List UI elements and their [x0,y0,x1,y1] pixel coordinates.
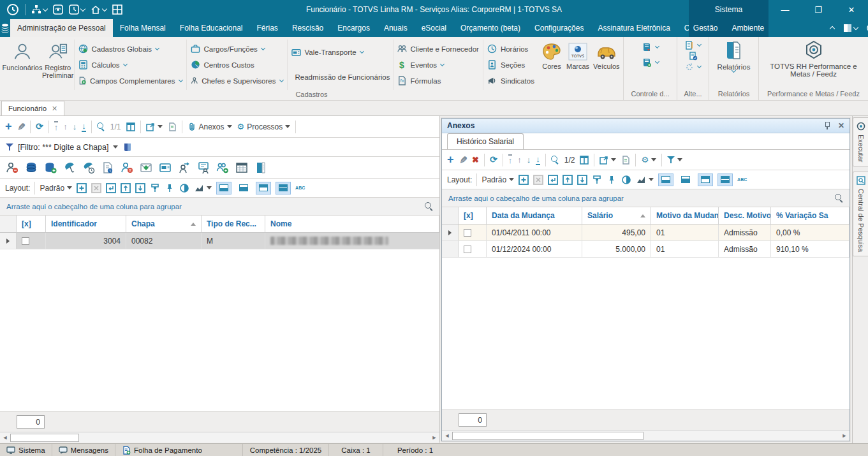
abc-spellcheck-icon[interactable]: ABC [295,186,305,190]
collapse-groups-icon[interactable] [533,175,543,185]
system-label[interactable]: Sistema [689,0,769,19]
scroll-left-icon[interactable]: ◄ [0,432,10,443]
side-tab-central-pesquisa[interactable]: Central de Pesquisa [853,172,868,256]
tab-folha-educacional[interactable]: Folha Educacional [173,19,250,37]
funcionarios-button[interactable]: Funcionários [3,40,42,90]
scroll-right-icon[interactable]: ► [429,432,439,443]
side-tab-executar[interactable]: Executar [853,117,868,166]
status-mensagens[interactable]: Mensagens [52,444,115,456]
last-record-button[interactable]: ↓ [536,154,540,165]
umbrella-icon[interactable] [63,161,76,174]
view-toggle-bottom[interactable] [658,173,673,186]
tab-assinatura-eletronica[interactable]: Assinatura Eletrônica [591,19,677,37]
view-toggle-top[interactable] [698,173,713,186]
tab-gestao[interactable]: Gestão [688,24,724,33]
horizontal-scrollbar[interactable]: ◄ ► [442,430,850,441]
conditional-format-icon[interactable] [179,183,189,193]
add-button[interactable]: + [5,122,12,131]
tab-anuais[interactable]: Anuais [377,19,415,37]
app-logo-icon[interactable] [6,3,19,16]
collapse-groups-icon[interactable] [91,183,101,193]
people-add-icon[interactable] [216,161,229,174]
chart-icon[interactable] [636,175,654,185]
horizontal-scrollbar[interactable]: ◄ ► [0,432,439,443]
tab-historico-salarial[interactable]: Histórico Salarial [447,133,524,149]
card-window-icon[interactable] [159,161,172,174]
delete-button[interactable]: ✖ [472,155,479,165]
formulas-button[interactable]: fx Fórmulas [397,73,479,89]
refresh-button[interactable]: ⟳ [36,122,43,131]
org-chart-icon[interactable] [31,4,47,15]
close-panel-icon[interactable]: ✕ [838,121,844,130]
umbrella-clock-icon[interactable] [82,161,95,174]
scrollbar-thumb[interactable] [10,434,79,442]
window-grid-icon[interactable] [112,4,122,15]
col-chapa[interactable]: Chapa [126,216,202,232]
move-down-icon[interactable] [577,175,587,185]
anexos-button[interactable]: Anexos [188,122,232,131]
chevron-down-icon[interactable] [113,145,118,149]
layout-select[interactable]: Padrão [482,175,514,184]
filter-book-icon[interactable] [122,142,133,152]
tab-administracao-de-pessoal[interactable]: Administração de Pessoal [10,19,113,37]
group-by-bar[interactable]: Arraste aqui o cabeçalho de uma coluna p… [0,198,439,216]
record-count-box[interactable]: 0 [459,413,487,427]
col-variacao[interactable]: % Variação Sa [771,207,850,224]
view-toggle-bottom[interactable] [216,182,232,195]
report-doc-icon[interactable] [168,122,177,131]
tab-encargos[interactable]: Encargos [330,19,377,37]
search-icon[interactable] [551,156,559,164]
centros-custos-button[interactable]: Centros Custos [191,57,283,73]
conditional-format-icon[interactable] [621,175,631,185]
tab-configuracoes[interactable]: Configurações [527,19,591,37]
anexos-panel-header[interactable]: Anexos ✕ [442,119,850,133]
search-icon[interactable] [97,122,105,131]
layout-select[interactable]: Padrão [40,184,72,193]
veiculos-button[interactable]: Veículos [593,41,620,70]
horarios-button[interactable]: Horários [487,41,534,57]
tab-ferias[interactable]: Férias [250,19,285,37]
next-record-button[interactable]: ↓ [527,155,531,165]
grid-search-icon[interactable] [425,202,433,210]
filter-icon[interactable] [6,143,13,151]
registro-preliminar-button[interactable]: Registro Preliminar [42,40,74,90]
collapse-ribbon-icon[interactable] [830,26,834,31]
home-icon[interactable] [91,4,107,15]
scroll-right-icon[interactable]: ► [839,430,850,441]
main-menu-icon[interactable] [0,19,10,37]
checkbox[interactable] [22,237,29,245]
add-button[interactable]: + [447,155,454,165]
database-add-icon[interactable] [44,161,57,174]
edit-button[interactable]: ✎ [16,122,26,131]
secoes-button[interactable]: Seções [487,57,534,73]
restore-button[interactable]: ❐ [802,0,835,19]
envelope-icon[interactable] [140,161,152,174]
controle-book-2-button[interactable] [642,57,659,68]
scrollbar-thumb[interactable] [452,432,644,440]
document-clock-icon[interactable] [101,161,114,174]
cargos-funcoes-button[interactable]: Cargos/Funções [191,41,283,57]
columns-icon[interactable] [126,122,135,131]
col-check[interactable]: [x] [17,216,46,232]
last-record-button[interactable]: ↓ [82,121,86,132]
view-toggle-rows[interactable] [276,182,291,195]
pin-column-icon[interactable] [165,183,175,193]
col-nome[interactable]: Nome [265,216,439,232]
alteracoes-doc-check-icon[interactable] [689,52,698,61]
person-transfer-icon[interactable] [178,161,191,174]
table-grid-icon[interactable] [235,161,248,174]
performance-button[interactable]: TOTVS RH Performance e Metas / Feedz [763,63,865,78]
filter-text[interactable]: [Filtro: *** Digite a Chapa] [18,143,108,152]
row-checkbox-cell[interactable] [17,233,46,249]
alteracoes-doc-button[interactable] [685,41,701,50]
edit-button[interactable]: ✎ [458,156,467,164]
col-motivo[interactable]: Motivo da Mudança [651,207,719,224]
view-toggle-split[interactable] [678,173,693,186]
checkbox[interactable] [464,229,471,237]
paint-format-icon[interactable] [150,183,160,193]
grid-search-icon[interactable] [835,194,843,202]
relatorios-icon[interactable] [723,40,745,61]
abc-spellcheck-icon[interactable]: ABC [737,177,747,182]
row-checkbox-cell[interactable] [459,241,487,257]
database-icon[interactable] [25,161,38,174]
